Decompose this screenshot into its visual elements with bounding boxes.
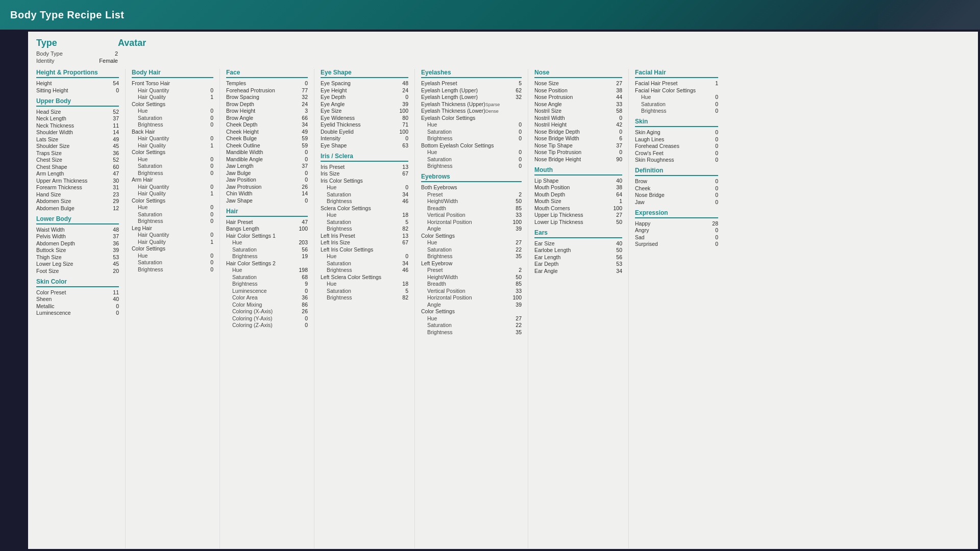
chest-shape-row: Chest Shape60 [36, 164, 119, 170]
top-bar-corner [878, 0, 980, 30]
body-type-row: Body Type 2 [36, 51, 118, 57]
buttock-size-row: Buttock Size39 [36, 247, 119, 253]
fth-color-label: Color Settings [132, 101, 213, 107]
lh-hue-row: Hue0 [132, 253, 213, 259]
top-section: Type Body Type 2 Identity Female Avatar [36, 38, 970, 65]
col-eyelashes-eyebrows: Eyelashes Eyelash Preset5 Eyelash Length… [421, 69, 528, 548]
page-title: Body Type Recipe List [10, 9, 125, 21]
skin-header: Skin [635, 118, 718, 127]
bh-quantity-row: Hair Quantity0 [132, 135, 213, 141]
forearm-thickness-row: Forearm Thickness31 [36, 184, 119, 190]
ah-quality-row: Hair Quality1 [132, 190, 213, 196]
fth-saturation-row: Saturation0 [132, 115, 213, 121]
type-header: Type [36, 38, 118, 48]
eyelashes-header: Eyelashes [421, 69, 522, 78]
lower-leg-size-row: Lower Leg Size45 [36, 261, 119, 267]
body-type-label: Body Type [36, 51, 63, 57]
ah-hue-row: Hue0 [132, 204, 213, 210]
hair-header: Hair [226, 208, 308, 217]
bh-hue-row: Hue0 [132, 156, 213, 162]
ears-header: Ears [534, 229, 622, 238]
arm-hair-label: Arm Hair [132, 177, 213, 183]
abdomen-depth-row: Abdomen Depth36 [36, 240, 119, 246]
lh-quality-row: Hair Quality1 [132, 239, 213, 245]
abdomen-size-row: Abdomen Size29 [36, 198, 119, 204]
metallic-row: Metallic0 [36, 303, 119, 309]
main-content: Type Body Type 2 Identity Female Avatar … [28, 32, 978, 549]
waist-width-row: Waist Width48 [36, 227, 119, 233]
avatar-header: Avatar [118, 38, 970, 48]
upper-body-header: Upper Body [36, 97, 119, 107]
traps-size-row: Traps Size36 [36, 150, 119, 156]
height-proportions-header: Height & Proportions [36, 69, 119, 78]
bh-saturation-row: Saturation0 [132, 163, 213, 169]
back-hair-label: Back Hair [132, 129, 213, 135]
iris-sclera-header: Iris / Sclera [321, 153, 408, 162]
col-body-hair: Body Hair Front Torso Hair Hair Quantity… [132, 69, 220, 548]
eyebrows-header: Eyebrows [421, 173, 522, 182]
shoulder-size-row: Shoulder Size45 [36, 143, 119, 149]
lh-color-label: Color Settings [132, 245, 213, 252]
foot-size-row: Foot Size20 [36, 268, 119, 274]
mouth-header: Mouth [534, 166, 622, 176]
nose-header: Nose [534, 69, 622, 78]
shoulder-width-row: Shoulder Width14 [36, 129, 119, 135]
identity-label: Identity [36, 58, 54, 64]
body-hair-header: Body Hair [132, 69, 213, 78]
arm-length-row: Arm Length47 [36, 170, 119, 177]
luminescence-row: Luminescence0 [36, 310, 119, 316]
fth-quality-row: Hair Quality1 [132, 94, 213, 100]
pelvis-width-row: Pelvis Width37 [36, 233, 119, 239]
fth-brightness-row: Brightness0 [132, 121, 213, 128]
col-eye: Eye Shape Eye Spacing48 Eye Height24 Eye… [321, 69, 415, 548]
lh-brightness-row: Brightness0 [132, 266, 213, 272]
col-nose-mouth-ears: Nose Nose Size27 Nose Position38 Nose Pr… [534, 69, 629, 548]
columns-wrapper: Height & Proportions Height 54 Sitting H… [36, 69, 970, 548]
height-row: Height 54 [36, 80, 119, 86]
lh-saturation-row: Saturation0 [132, 259, 213, 265]
color-preset-row: Color Preset11 [36, 289, 119, 295]
ah-quantity-row: Hair Quantity0 [132, 184, 213, 190]
abdomen-bulge-row: Abdomen Bulge12 [36, 205, 119, 211]
expression-header: Expression [635, 209, 718, 218]
fth-quantity-row: Hair Quantity0 [132, 87, 213, 93]
bh-brightness-row: Brightness0 [132, 170, 213, 176]
head-size-row: Head Size52 [36, 109, 119, 115]
chest-size-row: Chest Size52 [36, 157, 119, 163]
front-torso-hair-label: Front Torso Hair [132, 80, 213, 86]
identity-value: Female [99, 58, 118, 64]
neck-length-row: Neck Length37 [36, 115, 119, 121]
ah-saturation-row: Saturation0 [132, 211, 213, 217]
sidebar [0, 0, 28, 551]
col-face: Face Temples0 Forehead Protrusion77 Brow… [226, 69, 314, 548]
bh-color-label: Color Settings [132, 149, 213, 155]
hand-size-row: Hand Size23 [36, 191, 119, 197]
thigh-size-row: Thigh Size53 [36, 254, 119, 260]
definition-header: Definition [635, 167, 718, 176]
neck-thickness-row: Neck Thickness11 [36, 122, 119, 129]
ah-brightness-row: Brightness0 [132, 218, 213, 224]
skin-color-header: Skin Color [36, 278, 119, 287]
lh-quantity-row: Hair Quantity0 [132, 232, 213, 238]
identity-row: Identity Female [36, 58, 118, 64]
col-facial-skin: Facial Hair Facial Hair Preset1 Facial H… [635, 69, 724, 548]
lats-size-row: Lats Size49 [36, 136, 119, 142]
top-bar: Body Type Recipe List [0, 0, 980, 30]
ah-color-label: Color Settings [132, 197, 213, 204]
avatar-header-section: Avatar [118, 38, 970, 65]
facial-hair-header: Facial Hair [635, 69, 718, 78]
leg-hair-label: Leg Hair [132, 225, 213, 231]
lower-body-header: Lower Body [36, 215, 119, 224]
eye-shape-header: Eye Shape [321, 69, 408, 78]
sheen-row: Sheen40 [36, 296, 119, 302]
bh-quality-row: Hair Quality1 [132, 142, 213, 148]
upper-arm-thickness-row: Upper Arm Thickness30 [36, 178, 119, 184]
type-section: Type Body Type 2 Identity Female [36, 38, 118, 65]
fth-hue-row: Hue0 [132, 108, 213, 114]
col-body: Height & Proportions Height 54 Sitting H… [36, 69, 126, 548]
sitting-height-row: Sitting Height 0 [36, 87, 119, 93]
face-header: Face [226, 69, 308, 78]
